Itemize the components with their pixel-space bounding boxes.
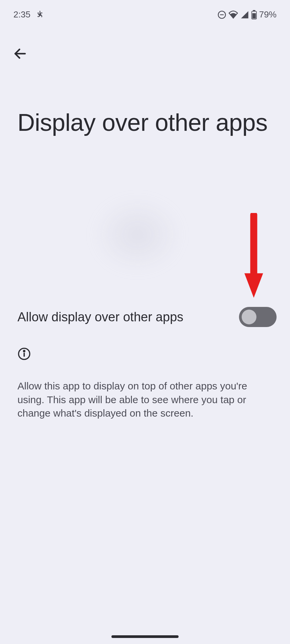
blurred-app-info xyxy=(94,198,181,272)
status-bar: 2:35 xyxy=(0,0,290,23)
page-title: Display over other apps xyxy=(17,107,273,138)
do-not-disturb-icon xyxy=(218,10,226,19)
info-icon xyxy=(17,347,273,362)
info-description: Allow this app to display on top of othe… xyxy=(17,379,273,420)
svg-point-11 xyxy=(23,351,25,352)
svg-point-0 xyxy=(39,14,41,15)
pinwheel-icon xyxy=(35,10,45,19)
svg-marker-8 xyxy=(244,273,263,298)
toggle-allow-display-over-apps[interactable] xyxy=(239,307,277,327)
info-section: Allow this app to display on top of othe… xyxy=(17,347,273,420)
status-left: 2:35 xyxy=(13,9,45,20)
setting-row-allow-display[interactable]: Allow display over other apps xyxy=(17,307,277,327)
status-right: 79% xyxy=(218,9,277,20)
annotation-arrow xyxy=(242,213,266,300)
cellular-signal-icon xyxy=(240,10,249,19)
navigation-handle[interactable] xyxy=(111,635,179,638)
battery-icon xyxy=(251,10,257,19)
arrow-left-icon xyxy=(13,46,28,61)
wifi-icon xyxy=(228,10,238,19)
toggle-thumb xyxy=(242,310,256,324)
back-button[interactable] xyxy=(10,44,30,64)
status-time: 2:35 xyxy=(13,9,31,20)
setting-label: Allow display over other apps xyxy=(17,310,183,324)
battery-percent: 79% xyxy=(259,9,277,20)
svg-rect-5 xyxy=(252,13,256,18)
